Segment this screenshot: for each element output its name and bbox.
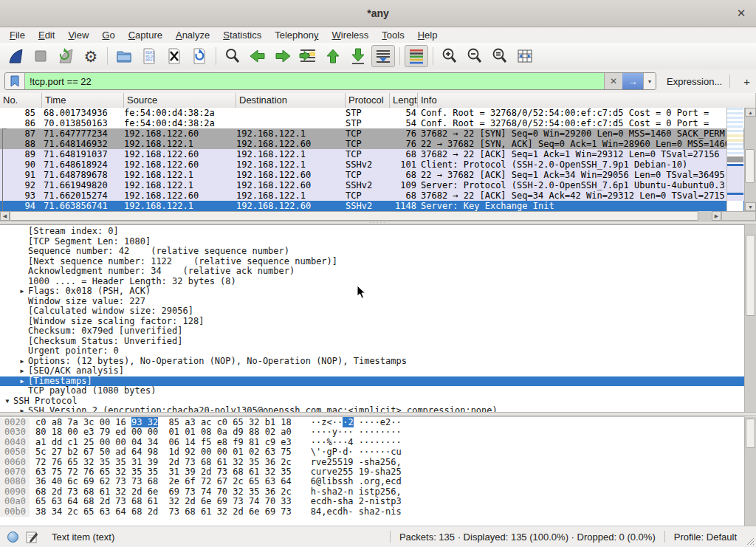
details-vscrollbar[interactable]: [744, 224, 756, 412]
go-bottom-button[interactable]: [346, 45, 370, 67]
filter-bookmark-button[interactable]: [5, 73, 25, 89]
menu-analyze[interactable]: Analyze: [169, 28, 216, 42]
detail-line-seqack[interactable]: ▶[SEQ/ACK analysis]: [0, 366, 756, 376]
details-scroll-thumb[interactable]: [746, 235, 755, 316]
expander-icon[interactable]: ▶: [16, 286, 28, 297]
packet-row-85[interactable]: 8568.001734936fe:54:00:d4:38:2aSTP54Conf…: [0, 108, 756, 118]
title-bar[interactable]: *any ✕: [0, 0, 756, 27]
expander-icon[interactable]: ▶: [16, 357, 28, 367]
resize-columns-button[interactable]: [513, 45, 537, 67]
scroll-left-arrow-icon[interactable]: ◀: [0, 211, 10, 221]
save-file-button[interactable]: 010101100011: [137, 45, 161, 67]
packet-row-92[interactable]: 9271.661949820192.168.122.1192.168.122.6…: [0, 180, 756, 190]
detail-line[interactable]: Window size value: 227: [0, 297, 756, 307]
column-protocol[interactable]: Protocol: [346, 93, 390, 108]
detail-line[interactable]: [Stream index: 0]: [0, 227, 756, 237]
vscroll-thumb[interactable]: [745, 149, 755, 183]
detail-line[interactable]: [TCP Segment Len: 1080]: [0, 237, 756, 247]
menu-view[interactable]: View: [61, 28, 95, 42]
start-capture-button[interactable]: [4, 45, 27, 67]
expander-icon[interactable]: ▶: [16, 406, 28, 412]
column-time[interactable]: Time: [42, 93, 124, 108]
display-filter-field[interactable]: !tcp.port == 22 ✕ → ▾: [4, 72, 656, 90]
auto-scroll-button[interactable]: [371, 45, 395, 67]
menu-capture[interactable]: Capture: [122, 28, 169, 42]
scroll-up-arrow-icon[interactable]: ▲: [745, 108, 756, 117]
filter-apply-button[interactable]: →: [622, 73, 643, 89]
column-destination[interactable]: Destination: [236, 93, 346, 108]
open-file-button[interactable]: [112, 45, 136, 67]
capture-comment-button[interactable]: [26, 531, 38, 543]
packet-row-93[interactable]: 9371.662015274192.168.122.60192.168.122.…: [0, 190, 756, 201]
profile-label[interactable]: Profile: Default: [674, 531, 737, 543]
hex-scroll-thumb[interactable]: [746, 419, 755, 448]
stop-capture-button[interactable]: [29, 45, 52, 67]
zoom-out-button[interactable]: [463, 45, 487, 67]
close-file-button[interactable]: [162, 45, 186, 67]
detail-line[interactable]: [Window size scaling factor: 128]: [0, 317, 756, 327]
menu-wireless[interactable]: Wireless: [326, 28, 376, 42]
detail-line-options[interactable]: ▶Options: (12 bytes), No-Operation (NOP)…: [0, 357, 756, 367]
detail-line[interactable]: Sequence number: 42 (relative sequence n…: [0, 247, 756, 257]
packet-row-86[interactable]: 8670.013850163fe:54:00:d4:38:2aSTP54Conf…: [0, 118, 756, 128]
colorize-button[interactable]: [405, 45, 428, 67]
hex-row[interactable]: 00b038 34 2c 65 63 64 68 2d 73 68 61 32 …: [0, 507, 756, 517]
hscroll-thumb[interactable]: [10, 211, 698, 221]
hex-row[interactable]: 006072 76 65 32 35 35 31 39 2d 73 68 61 …: [0, 458, 756, 467]
capture-options-button[interactable]: ⚙: [79, 45, 103, 67]
expander-icon[interactable]: ▼: [1, 396, 13, 407]
column-length[interactable]: Length: [390, 93, 418, 108]
menu-statistics[interactable]: Statistics: [216, 28, 268, 42]
packet-list-hscrollbar[interactable]: ◀ ▶: [0, 211, 721, 221]
expert-info-icon[interactable]: [7, 531, 18, 543]
detail-line[interactable]: Checksum: 0x79ed [unverified]: [0, 326, 756, 337]
scroll-down-arrow-icon[interactable]: ▼: [745, 202, 756, 211]
packet-minimap[interactable]: [726, 108, 743, 211]
display-filter-input[interactable]: !tcp.port == 22: [25, 73, 604, 89]
reload-file-button[interactable]: [188, 45, 211, 67]
close-button[interactable]: ✕: [734, 6, 749, 21]
expression-button[interactable]: Expression...: [667, 76, 722, 87]
detail-line-ssh-protocol[interactable]: ▼SSH Protocol: [0, 396, 756, 407]
packet-row-90[interactable]: 9071.648618924192.168.122.60192.168.122.…: [0, 159, 756, 170]
packet-row-94-selected[interactable]: 9471.663856741192.168.122.1192.168.122.6…: [0, 201, 756, 211]
column-info[interactable]: Info: [418, 93, 756, 108]
detail-line[interactable]: 1000 .... = Header Length: 32 bytes (8): [0, 277, 756, 287]
menu-tools[interactable]: Tools: [375, 28, 410, 42]
detail-line[interactable]: TCP payload (1080 bytes): [0, 386, 756, 396]
go-forward-button[interactable]: [271, 45, 295, 67]
scroll-right-arrow-icon[interactable]: ▶: [712, 211, 721, 221]
filter-history-dropdown[interactable]: ▾: [643, 73, 656, 89]
menu-edit[interactable]: Edit: [32, 28, 61, 42]
packet-row-88[interactable]: 8871.648146932192.168.122.1192.168.122.6…: [0, 139, 756, 149]
selected-bytes[interactable]: 93 32: [131, 417, 158, 427]
add-filter-button[interactable]: +: [738, 75, 756, 88]
detail-line[interactable]: [Calculated window size: 29056]: [0, 306, 756, 317]
detail-line[interactable]: Acknowledgment number: 34 (relative ack …: [0, 266, 756, 277]
detail-line-flags[interactable]: ▶Flags: 0x018 (PSH, ACK): [0, 286, 756, 297]
filter-clear-button[interactable]: ✕: [604, 73, 622, 89]
packet-row-89[interactable]: 8971.648191037192.168.122.60192.168.122.…: [0, 149, 756, 159]
pane-splitter-bottom[interactable]: ·····: [0, 412, 756, 416]
hex-row[interactable]: 0040a1 dd c1 25 00 00 04 34 06 14 f5 e8 …: [0, 438, 756, 447]
hex-row[interactable]: 00a065 63 64 68 2d 73 68 61 32 2d 6e 69 …: [0, 497, 756, 506]
detail-line[interactable]: [Next sequence number: 1122 (relative se…: [0, 257, 756, 267]
menu-help[interactable]: Help: [411, 28, 444, 42]
go-top-button[interactable]: [321, 45, 345, 67]
hex-row-0020[interactable]: 0020c0 a8 7a 3c 00 16 93 32 85 a3 ac c0 …: [0, 418, 756, 427]
find-packet-button[interactable]: [221, 45, 244, 67]
column-no[interactable]: No.: [0, 93, 42, 108]
hex-row[interactable]: 007063 75 72 76 65 32 35 35 31 39 2d 73 …: [0, 467, 756, 477]
go-back-button[interactable]: [246, 45, 269, 67]
expander-icon[interactable]: ▶: [16, 376, 28, 387]
hex-vscrollbar[interactable]: [744, 416, 756, 526]
expander-icon[interactable]: ▶: [16, 366, 28, 376]
packet-row-87[interactable]: 8771.647777234192.168.122.60192.168.122.…: [0, 128, 756, 139]
column-source[interactable]: Source: [124, 93, 236, 108]
detail-line[interactable]: Urgent pointer: 0: [0, 346, 756, 357]
go-to-packet-button[interactable]: [296, 45, 320, 67]
hex-row[interactable]: 008036 40 6c 69 62 73 73 68 2e 6f 72 67 …: [0, 477, 756, 486]
zoom-in-button[interactable]: [438, 45, 461, 67]
menu-file[interactable]: File: [3, 28, 32, 42]
zoom-normal-button[interactable]: [488, 45, 512, 67]
